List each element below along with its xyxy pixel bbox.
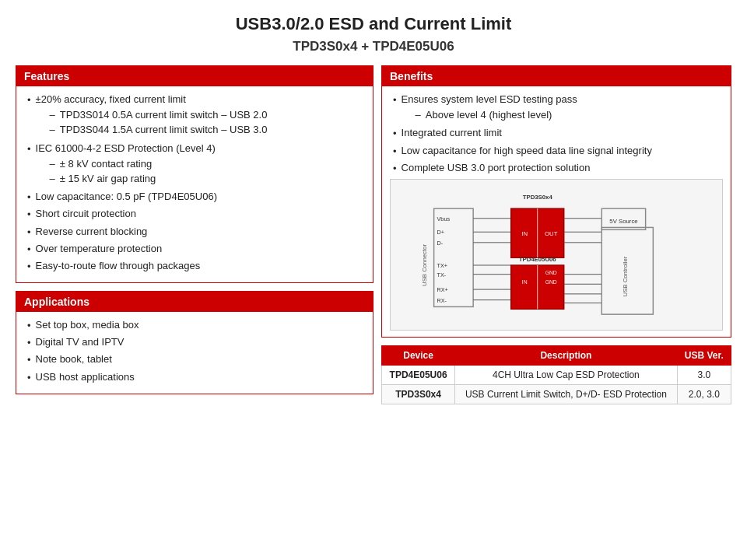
feature-text: ±20% accuracy, fixed current limit [36,93,186,105]
sub-list: TPD3S014 0.5A current limit switch – USB… [36,108,268,137]
list-item: Digital TV and IPTV [27,335,365,350]
list-item: Integrated current limit [393,126,723,141]
feature-text: Over temperature protection [36,242,163,256]
list-item: Above level 4 (highest level) [416,108,577,122]
feature-text: Low capacitance: 0.5 pF (TPD4E05U06) [36,190,217,204]
list-item: ±20% accuracy, fixed current limit TPD3S… [27,93,365,139]
device-usb: 3.0 [677,365,731,384]
tpd4e05u06-gnd1-label: GND [545,270,557,275]
features-body: ±20% accuracy, fixed current limit TPD3S… [16,86,373,282]
benefits-body: Ensures system level ESD testing pass Ab… [382,86,731,337]
features-card: Features ±20% accuracy, fixed current li… [16,65,374,283]
col-device: Device [382,345,455,365]
applications-body: Set top box, media box Digital TV and IP… [16,312,373,394]
page-subtitle: TPD3S0x4 + TPD4E05U06 [16,39,731,54]
col-description: Description [455,345,678,365]
circuit-diagram: USB Connector Vbus D+ D- [390,179,723,331]
applications-card: Applications Set top box, media box Digi… [16,291,374,394]
txminus-label: TX- [437,271,447,278]
dplus-label: D+ [437,229,445,236]
dminus-label: D- [437,240,444,247]
page-title: USB3.0/2.0 ESD and Current Limit [16,8,731,34]
device-name: TPD3S0x4 [382,384,455,404]
list-item: IEC 61000-4-2 ESD Protection (Level 4) ±… [27,142,365,188]
device-usb: 2.0, 3.0 [677,384,731,404]
features-list: ±20% accuracy, fixed current limit TPD3S… [24,93,365,274]
device-name: TPD4E05U06 [382,365,455,384]
device-desc: USB Current Limit Switch, D+/D- ESD Prot… [455,384,678,404]
list-item: Set top box, media box [27,318,365,333]
list-item: Reverse current blocking [27,225,365,240]
benefits-card: Benefits Ensures system level ESD testin… [381,65,731,338]
tpd3s0x4-inner-label: IN [521,230,528,237]
vbus-label: Vbus [437,215,451,222]
sub-list: ± 8 kV contact rating ± 15 kV air gap ra… [36,157,216,186]
feature-text: Easy-to-route flow through packages [36,259,201,273]
list-item: Easy-to-route flow through packages [27,259,365,274]
table-row: TPD4E05U06 4CH Ultra Low Cap ESD Protect… [382,365,731,384]
list-item: Over temperature protection [27,242,365,257]
col-usb-ver: USB Ver. [677,345,731,365]
feature-text: IEC 61000-4-2 ESD Protection (Level 4) [36,142,216,154]
device-table: Device Description USB Ver. TPD4E05U06 4… [381,345,731,404]
features-header: Features [16,66,373,86]
feature-text: Short circuit protection [36,207,136,221]
usb-controller-label: USB Controller [622,256,629,296]
feature-text: Reverse current blocking [36,225,148,239]
list-item: USB host applications [27,370,365,385]
rxminus-label: RX- [437,297,447,304]
list-item: TPD3S044 1.5A current limit switch – USB… [50,123,268,137]
list-item: ± 15 kV air gap rating [50,172,216,186]
list-item: TPD3S014 0.5A current limit switch – USB… [50,108,268,122]
applications-header: Applications [16,292,373,312]
tpd3s0x4-label: TPD3S0x4 [523,194,553,201]
list-item: Ensures system level ESD testing pass Ab… [393,93,723,124]
usb-connector-label: USB Connector [421,244,428,286]
benefit-text: Ensures system level ESD testing pass [402,93,577,105]
list-item: ± 8 kV contact rating [50,157,216,171]
txplus-label: TX+ [437,262,448,269]
list-item: Note book, tablet [27,352,365,367]
rxplus-label: RX+ [437,286,448,293]
benefits-list: Ensures system level ESD testing pass Ab… [390,93,723,176]
tpd4e05u06-label: TPD4E05U06 [519,256,557,263]
tpd3s0x4-out-label: OUT [545,230,558,237]
list-item: Short circuit protection [27,207,365,222]
benefit-text: Integrated current limit [402,126,502,140]
tpd4e05u06-in-label: IN [522,279,528,285]
5v-source-label: 5V Source [609,218,637,225]
table-header-row: Device Description USB Ver. [382,345,731,365]
sub-list: Above level 4 (highest level) [402,108,577,122]
benefits-header: Benefits [382,66,731,86]
benefit-text: Low capacitance for high speed data line… [402,144,652,158]
list-item: Complete USB 3.0 port protection solutio… [393,161,723,176]
applications-list: Set top box, media box Digital TV and IP… [24,318,365,385]
benefit-text: Complete USB 3.0 port protection solutio… [402,161,591,175]
circuit-svg: USB Connector Vbus D+ D- [397,186,716,318]
list-item: Low capacitance for high speed data line… [393,144,723,159]
table-row: TPD3S0x4 USB Current Limit Switch, D+/D-… [382,384,731,404]
device-desc: 4CH Ultra Low Cap ESD Protection [455,365,678,384]
list-item: Low capacitance: 0.5 pF (TPD4E05U06) [27,190,365,205]
tpd4e05u06-gnd2-label: GND [545,279,557,285]
